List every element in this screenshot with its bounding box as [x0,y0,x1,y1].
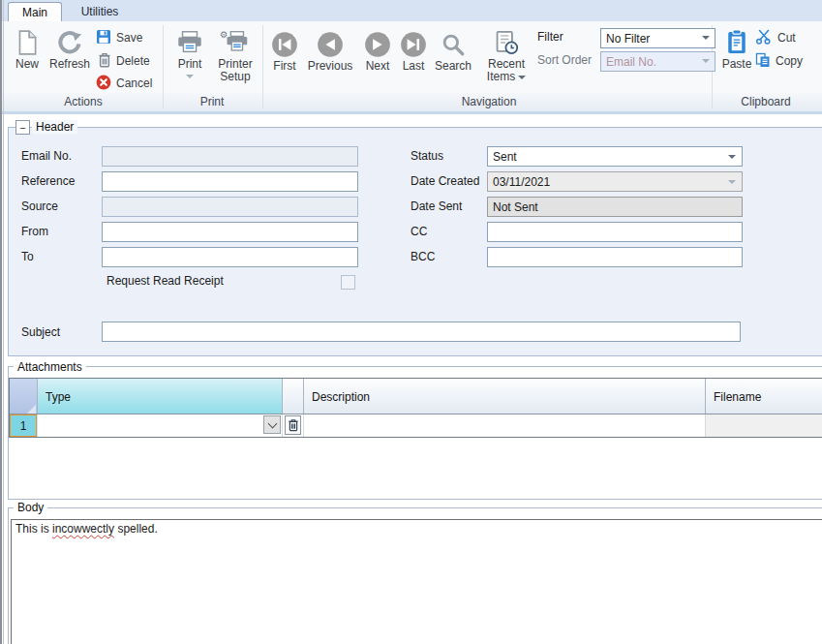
new-label: New [15,58,39,71]
paste-label: Paste [722,58,752,71]
search-icon [441,29,466,60]
copy-button[interactable]: Copy [755,52,803,70]
recent-items-button[interactable]: Recent Items [480,27,533,83]
body-misspelled-word: incowwectly [52,522,114,536]
first-record-icon [271,29,298,60]
reference-label: Reference [21,174,75,188]
header-groupbox-title: Header [32,120,77,134]
email-no-label: Email No. [21,149,72,163]
previous-record-icon [317,29,344,60]
collapse-minus-glyph: − [19,123,25,133]
grid-cell-action [283,414,304,437]
tab-utilities[interactable]: Utilities [64,2,136,21]
status-dropdown[interactable]: Sent [487,146,743,167]
new-button[interactable]: New [8,27,46,71]
source-field [102,197,358,217]
body-textarea[interactable]: This is incowwectly spelled. [11,519,822,644]
first-button[interactable]: First [267,29,302,73]
delete-attachment-button[interactable] [285,415,301,435]
sort-order-label: Sort Order [537,53,592,67]
cc-field[interactable] [487,222,743,242]
printer-setup-icon: ⚙ [220,27,251,58]
filename-column-label: Filename [714,390,761,404]
search-button[interactable]: Search [432,29,474,73]
date-created-value: 03/11/2021 [493,175,550,189]
last-button[interactable]: Last [396,29,431,73]
last-record-icon [400,29,427,60]
refresh-icon [56,27,83,58]
refresh-button[interactable]: Refresh [46,27,93,71]
tab-main[interactable]: Main [8,2,62,21]
grid-cell-type[interactable] [38,414,283,437]
description-column-label: Description [312,390,370,404]
previous-label: Previous [308,60,353,73]
body-text-after: spelled. [114,522,158,536]
to-label: To [21,250,34,263]
from-label: From [21,225,48,238]
grid-column-header-action [283,379,304,414]
cancel-icon [96,75,111,93]
attachments-groupbox-title: Attachments [14,360,86,374]
attachments-grid: Type Description Filename 1 [9,378,822,438]
read-receipt-checkbox [341,275,355,290]
next-button[interactable]: Next [360,29,395,73]
from-field[interactable] [102,222,358,242]
last-label: Last [403,60,425,73]
save-button[interactable]: Save [96,29,142,46]
copy-label: Copy [776,54,803,68]
status-label: Status [411,149,443,163]
recent-items-icon [494,27,519,58]
grid-cell-description[interactable] [304,414,706,437]
grid-cell-filename[interactable] [706,414,822,437]
print-button[interactable]: Print [170,27,209,78]
to-field[interactable] [102,247,358,267]
print-label: Print [178,58,202,71]
body-groupbox-title: Body [14,501,47,514]
group-label-actions: Actions [64,95,102,108]
grid-column-header-filename[interactable]: Filename [706,379,822,414]
status-value: Sent [493,150,517,164]
cut-scissors-icon [755,29,773,47]
row-number: 1 [20,419,27,433]
svg-text:⚙: ⚙ [220,29,228,40]
cancel-button[interactable]: Cancel [96,75,152,92]
header-collapse-button[interactable]: − [15,120,30,135]
save-label: Save [116,31,142,45]
grid-select-all-header[interactable] [10,379,38,414]
bcc-field[interactable] [487,247,743,267]
reference-field[interactable] [102,171,358,192]
filter-dropdown-arrow [702,36,710,40]
printer-icon [175,27,204,58]
type-column-label: Type [46,390,71,404]
subject-field[interactable] [102,322,741,342]
email-window: Main Utilities Actions Print Navigation … [0,0,822,644]
group-label-navigation: Navigation [462,95,517,108]
first-label: First [273,60,295,73]
paste-button[interactable]: Paste [718,27,755,71]
grid-column-header-type[interactable]: Type [38,379,283,414]
recent-items-dropdown-arrow [518,76,526,79]
group-separator [163,25,164,108]
print-dropdown-arrow [186,75,194,78]
read-receipt-label: Request Read Receipt [107,274,224,288]
previous-button[interactable]: Previous [302,29,358,73]
cut-button[interactable]: Cut [755,29,796,46]
printer-setup-button[interactable]: ⚙ Printer Setup [209,27,261,83]
save-icon [96,29,111,47]
type-dropdown-button[interactable] [263,415,281,434]
date-sent-field: Not Sent [487,197,743,217]
window-left-border [0,0,2,644]
delete-button[interactable]: Delete [98,52,150,70]
status-dropdown-arrow [728,155,736,159]
group-label-clipboard: Clipboard [741,95,790,108]
date-created-label: Date Created [411,174,479,188]
grid-column-header-description[interactable]: Description [304,379,706,414]
date-sent-value: Not Sent [493,200,538,214]
paste-icon [725,27,748,58]
date-created-dropdown-arrow [728,180,736,184]
ribbon-group-strip: Actions Print Navigation Clipboard [0,93,822,111]
filter-dropdown[interactable]: No Filter [600,28,715,48]
grid-row-header[interactable]: 1 [10,414,38,437]
tab-main-label: Main [22,6,47,19]
subject-label: Subject [21,325,60,339]
